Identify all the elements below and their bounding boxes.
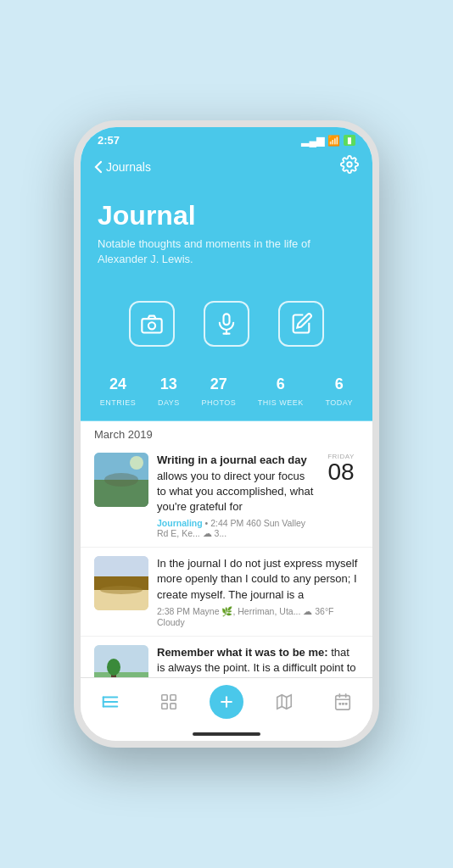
month-header: March 2019 (81, 421, 372, 444)
plus-icon (218, 693, 235, 710)
stat-entries-number: 24 (100, 376, 137, 393)
svg-rect-41 (342, 703, 344, 705)
list-icon (101, 693, 120, 711)
compose-button[interactable] (278, 301, 324, 347)
svg-rect-40 (339, 703, 342, 705)
journal-title: Journal (98, 200, 355, 231)
entry-image (94, 453, 148, 507)
list-item[interactable]: In the journal I do not just express mys… (81, 548, 372, 637)
header: Journals (81, 150, 372, 186)
grid-icon (159, 693, 178, 711)
wifi-icon: 📶 (327, 135, 340, 147)
svg-rect-3 (224, 314, 230, 326)
stat-today-number: 6 (325, 376, 353, 393)
entry-image (94, 645, 148, 677)
entry-body: Writing in a journal each day allows you… (157, 453, 315, 538)
status-bar: 2:57 ▂▄▆ 📶 ▮ (81, 127, 372, 150)
status-time: 2:57 (98, 134, 120, 147)
journal-subtitle: Notable thoughts and moments in the life… (98, 236, 355, 267)
svg-rect-42 (345, 703, 348, 705)
list-item[interactable]: Writing in a journal each day allows you… (81, 444, 372, 548)
stat-entries-label: ENTRIES (100, 398, 137, 407)
calendar-icon (333, 693, 352, 711)
svg-rect-30 (171, 704, 176, 709)
entry-text-1: Writing in a journal each day allows you… (157, 453, 315, 515)
status-icons: ▂▄▆ 📶 ▮ (301, 135, 355, 147)
entry-image (94, 556, 148, 610)
entry-tag: Journaling (157, 518, 203, 528)
entry-body: In the journal I do not just express mys… (157, 556, 359, 627)
entry-thumbnail (94, 645, 148, 677)
stat-this-week: 6 THIS WEEK (258, 376, 304, 409)
svg-rect-14 (94, 645, 148, 672)
stat-photos: 27 PHOTOS (201, 376, 236, 409)
gear-icon (340, 155, 359, 174)
entry-date-1: FRIDAY 08 (323, 453, 359, 484)
stat-days: 13 DAYS (158, 376, 180, 409)
camera-icon (140, 312, 164, 336)
settings-button[interactable] (340, 155, 359, 178)
stat-photos-number: 27 (201, 376, 236, 393)
entry-day-num: 08 (323, 460, 359, 484)
svg-point-8 (130, 456, 143, 470)
back-label: Journals (106, 160, 151, 174)
action-icons-bar (81, 284, 372, 367)
tab-list[interactable] (92, 689, 128, 715)
svg-point-17 (107, 659, 120, 676)
entry-body: Remember what it was to be me: that is a… (157, 645, 359, 677)
svg-rect-29 (162, 704, 167, 709)
microphone-icon (215, 312, 238, 336)
entry-thumbnail (94, 556, 148, 610)
svg-rect-27 (162, 695, 167, 700)
svg-point-9 (104, 473, 138, 487)
tab-calendar[interactable] (325, 689, 361, 715)
back-button[interactable]: Journals (94, 160, 151, 174)
battery-icon: ▮ (344, 135, 355, 146)
stats-bar: 24 ENTRIES 13 DAYS 27 PHOTOS 6 THIS WEEK… (81, 367, 372, 421)
stat-entries: 24 ENTRIES (100, 376, 137, 409)
svg-point-13 (100, 586, 143, 594)
tab-grid[interactable] (151, 689, 187, 715)
hero-section: Journal Notable thoughts and moments in … (81, 186, 372, 284)
stat-today-label: TODAY (325, 398, 353, 407)
stat-days-number: 13 (158, 376, 180, 393)
stat-photos-label: PHOTOS (201, 398, 236, 407)
compose-icon (289, 312, 313, 336)
svg-marker-33 (277, 695, 292, 709)
entry-meta-1: Journaling • 2:44 PM 460 Sun Valley Rd E… (157, 518, 315, 538)
svg-point-2 (148, 323, 155, 330)
tab-map[interactable] (266, 689, 302, 715)
svg-point-0 (347, 162, 352, 167)
camera-button[interactable] (129, 301, 175, 347)
svg-rect-28 (171, 695, 176, 700)
home-bar (193, 732, 260, 736)
svg-rect-10 (94, 556, 148, 576)
entries-list: March 2019 Writing in a journal each day… (81, 421, 372, 677)
phone-frame: 2:57 ▂▄▆ 📶 ▮ Journals Journal Notable th… (74, 120, 379, 748)
entry-thumbnail (94, 453, 148, 507)
entry-text-2: In the journal I do not just express mys… (157, 556, 359, 603)
back-icon (94, 160, 103, 174)
map-icon (275, 693, 294, 711)
tab-add-button[interactable] (210, 685, 243, 719)
signal-icon: ▂▄▆ (301, 135, 324, 147)
svg-rect-1 (142, 320, 161, 333)
stat-week-label: THIS WEEK (258, 398, 304, 407)
stat-days-label: DAYS (158, 398, 180, 407)
entry-text-3: Remember what it was to be me: that is a… (157, 645, 359, 677)
home-indicator (81, 729, 372, 741)
entry-meta-2: 2:38 PM Mayne 🌿, Herriman, Uta... ☁ 36°F… (157, 606, 359, 627)
list-item[interactable]: Remember what it was to be me: that is a… (81, 637, 372, 677)
stat-today: 6 TODAY (325, 376, 353, 409)
stat-week-number: 6 (258, 376, 304, 393)
tab-bar (81, 677, 372, 729)
microphone-button[interactable] (204, 301, 249, 347)
